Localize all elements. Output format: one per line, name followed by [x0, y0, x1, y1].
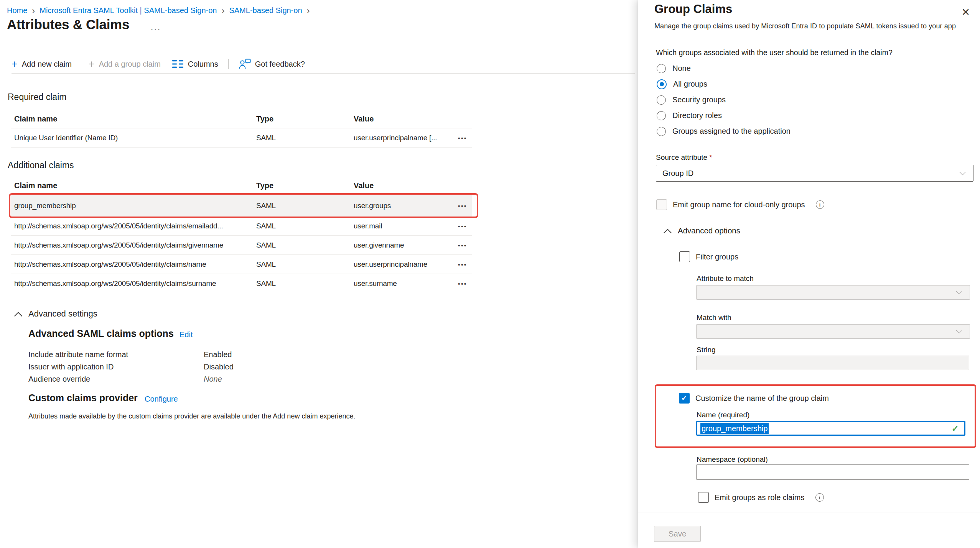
column-header-type[interactable]: Type	[256, 181, 354, 190]
radio-label: All groups	[673, 80, 707, 89]
attribute-to-match-dropdown[interactable]	[696, 285, 970, 300]
plus-icon: +	[12, 59, 18, 69]
claim-value-cell: user.givenname	[354, 241, 440, 249]
info-icon[interactable]: i	[815, 493, 824, 502]
name-input[interactable]: group_membership ✓	[696, 421, 965, 436]
emit-roles-checkbox[interactable]	[698, 492, 709, 503]
advanced-settings-toggle[interactable]	[15, 313, 21, 320]
string-label: String	[697, 346, 716, 354]
source-attribute-value: Group ID	[656, 169, 693, 178]
row-menu-button[interactable]: •••	[458, 223, 467, 230]
table-row[interactable]: http://schemas.xmlsoap.org/ws/2005/05/id…	[11, 236, 472, 255]
save-button[interactable]: Save	[654, 526, 701, 542]
attribute-to-match-label: Attribute to match	[697, 274, 754, 283]
advanced-settings-title[interactable]: Advanced settings	[28, 309, 97, 319]
column-header-claim-name[interactable]: Claim name	[11, 115, 256, 123]
required-claim-table: Claim name Type Value Unique User Identi…	[11, 110, 472, 148]
row-menu-button[interactable]: •••	[458, 262, 467, 268]
claim-type-cell: SAML	[256, 260, 354, 269]
breadcrumb-app-link[interactable]: Microsoft Entra SAML Toolkit | SAML-base…	[40, 6, 217, 15]
radio-option-security-groups[interactable]: Security groups	[657, 95, 791, 105]
breadcrumb-home-link[interactable]: Home	[7, 6, 27, 15]
claim-value-cell: user.groups	[354, 202, 440, 210]
chevron-right-icon: ›	[307, 7, 310, 15]
claim-value-cell: user.mail	[354, 222, 440, 230]
panel-title: Group Claims	[654, 2, 732, 16]
additional-claims-section-title: Additional claims	[8, 160, 74, 171]
claim-value-cell: user.userprincipalname [...	[354, 134, 440, 142]
row-menu-button[interactable]: •••	[458, 281, 467, 287]
add-group-claim-button[interactable]: + Add a group claim	[89, 59, 161, 69]
radio-icon	[657, 127, 666, 136]
claim-type-cell: SAML	[256, 222, 354, 230]
match-with-dropdown[interactable]	[696, 324, 970, 339]
breadcrumb-signon-link[interactable]: SAML-based Sign-on	[229, 6, 302, 15]
string-input[interactable]	[696, 356, 969, 370]
valid-check-icon: ✓	[952, 423, 959, 433]
radio-label: None	[672, 64, 691, 73]
title-overflow-menu-button[interactable]: ···	[150, 24, 161, 34]
issuer-app-id-value: Disabled	[204, 363, 234, 371]
chevron-right-icon: ›	[221, 7, 224, 15]
emit-roles-row: Emit groups as role claims i	[698, 492, 824, 503]
plus-icon: +	[89, 59, 95, 69]
radio-option-directory-roles[interactable]: Directory roles	[657, 111, 791, 120]
radio-option-all-groups[interactable]: All groups	[657, 79, 791, 89]
name-required-label: Name (required)	[697, 411, 749, 419]
match-with-label: Match with	[697, 313, 731, 322]
radio-icon	[657, 95, 666, 105]
source-attribute-label: Source attribute*	[656, 153, 712, 162]
claim-name-cell: http://schemas.xmlsoap.org/ws/2005/05/id…	[11, 260, 256, 269]
table-row[interactable]: Unique User Identifier (Name ID) SAML us…	[11, 128, 472, 148]
page-title: Attributes & Claims	[7, 17, 129, 32]
configure-link[interactable]: Configure	[145, 395, 178, 404]
toolbar-divider-line	[12, 73, 635, 74]
source-attribute-dropdown[interactable]: Group ID	[656, 165, 973, 182]
namespace-input[interactable]	[696, 464, 969, 480]
feedback-button[interactable]: Got feedback?	[239, 59, 305, 69]
group-type-radio-group: None All groups Security groups Director…	[657, 64, 791, 136]
table-row[interactable]: http://schemas.xmlsoap.org/ws/2005/05/id…	[11, 274, 472, 293]
custom-claims-provider-title: Custom claims provider	[28, 392, 138, 404]
group-claims-question: Which groups associated with the user sh…	[656, 48, 893, 57]
emit-roles-label: Emit groups as role claims	[715, 493, 805, 502]
add-new-claim-button[interactable]: + Add new claim	[12, 59, 72, 69]
table-row[interactable]: http://schemas.xmlsoap.org/ws/2005/05/id…	[11, 217, 472, 236]
emit-group-name-checkbox[interactable]	[656, 199, 667, 210]
row-menu-button[interactable]: •••	[458, 135, 467, 141]
chevron-right-icon: ›	[32, 7, 35, 15]
customize-name-checkbox[interactable]	[679, 393, 690, 404]
filter-groups-row: Filter groups	[679, 251, 738, 262]
claim-value-cell: user.surname	[354, 279, 440, 288]
claim-type-cell: SAML	[256, 202, 354, 210]
close-icon[interactable]: ✕	[961, 6, 970, 18]
filter-groups-checkbox[interactable]	[679, 251, 690, 262]
add-group-claim-label: Add a group claim	[99, 60, 161, 69]
radio-option-groups-assigned[interactable]: Groups assigned to the application	[657, 126, 791, 136]
required-asterisk: *	[709, 153, 712, 161]
group-claims-panel: Group Claims ✕ Manage the group claims u…	[638, 0, 980, 548]
table-header-row: Claim name Type Value	[11, 110, 472, 128]
radio-icon	[657, 111, 666, 120]
highlighted-group-membership-row[interactable]: group_membership SAML user.groups •••	[11, 195, 472, 217]
column-header-type[interactable]: Type	[256, 115, 354, 123]
column-header-value[interactable]: Value	[354, 115, 440, 123]
emit-group-name-row: Emit group name for cloud-only groups i	[656, 199, 824, 210]
feedback-label: Got feedback?	[255, 60, 305, 69]
advanced-options-toggle[interactable]	[665, 230, 670, 237]
column-header-claim-name[interactable]: Claim name	[11, 181, 256, 190]
row-menu-button[interactable]: •••	[458, 203, 467, 209]
columns-button[interactable]: Columns	[172, 60, 218, 69]
panel-subtitle: Manage the group claims used by Microsof…	[654, 22, 956, 30]
table-header-row: Claim name Type Value	[11, 176, 472, 195]
column-header-value[interactable]: Value	[354, 181, 440, 190]
radio-option-none[interactable]: None	[657, 64, 791, 73]
table-row[interactable]: http://schemas.xmlsoap.org/ws/2005/05/id…	[11, 255, 472, 274]
radio-label: Directory roles	[672, 111, 722, 120]
add-new-claim-label: Add new claim	[22, 60, 72, 69]
info-icon[interactable]: i	[816, 200, 824, 209]
edit-link[interactable]: Edit	[180, 330, 193, 339]
chevron-down-icon	[960, 169, 966, 176]
advanced-options-title[interactable]: Advanced options	[678, 226, 740, 235]
row-menu-button[interactable]: •••	[458, 243, 467, 249]
